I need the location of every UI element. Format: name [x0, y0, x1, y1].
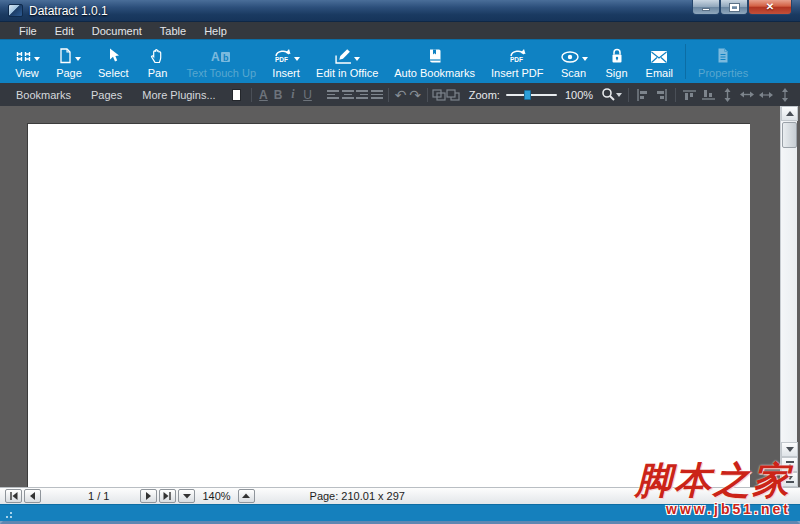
- menu-edit[interactable]: Edit: [46, 23, 83, 39]
- scroll-down-button[interactable]: [781, 442, 798, 457]
- distribute-vertical-icon[interactable]: [718, 87, 737, 103]
- close-button[interactable]: ✕: [748, 0, 792, 15]
- triangle-down-icon: [183, 493, 191, 499]
- bring-forward-icon[interactable]: [431, 87, 446, 103]
- first-page-button[interactable]: [5, 489, 22, 503]
- toolbar-button-label: Auto Bookmarks: [394, 67, 475, 79]
- menu-document[interactable]: Document: [83, 23, 151, 39]
- chevron-down-icon: [294, 57, 300, 61]
- page-down-icon: [786, 476, 794, 483]
- vertical-scrollbar[interactable]: [780, 106, 797, 487]
- email-envelope-icon: [650, 50, 668, 64]
- previous-page-icon: [29, 492, 36, 500]
- chevron-down-icon: [75, 57, 81, 61]
- main-toolbar: View Page Select Pan Ab Text Tou: [0, 39, 800, 83]
- menu-table[interactable]: Table: [151, 23, 195, 39]
- toolbar-separator: [685, 44, 686, 79]
- pan-hand-icon: [150, 47, 166, 64]
- toolbar-button-sign[interactable]: Sign: [596, 40, 638, 83]
- align-right-icon[interactable]: [355, 87, 370, 103]
- color-swatch[interactable]: [232, 89, 242, 101]
- align-left-edge-icon[interactable]: [633, 87, 652, 103]
- toolbar-button-insert-pdf[interactable]: PDF Insert PDF: [483, 40, 552, 83]
- first-page-icon: [9, 492, 18, 500]
- align-top-edge-icon[interactable]: [680, 87, 699, 103]
- zoom-slider-handle[interactable]: [524, 90, 531, 100]
- select-cursor-icon: [106, 47, 120, 64]
- zoom-search-button[interactable]: [601, 87, 616, 103]
- toolbar-button-edit-in-office[interactable]: Edit in Office: [308, 40, 386, 83]
- toolbar-button-label: Pan: [148, 67, 168, 79]
- underline-icon[interactable]: U: [300, 87, 315, 103]
- zoom-label: Zoom:: [469, 89, 500, 101]
- toolbar-button-page[interactable]: Page: [48, 40, 90, 83]
- maximize-button[interactable]: [720, 0, 748, 15]
- window-title: Datatract 1.0.1: [29, 4, 108, 18]
- last-page-button[interactable]: [159, 489, 176, 503]
- toolbar-button-properties[interactable]: Properties: [690, 40, 756, 83]
- align-left-icon[interactable]: [326, 87, 341, 103]
- chevron-down-icon: [34, 57, 40, 61]
- document-page[interactable]: [27, 123, 750, 487]
- toolbar-button-text-touch-up[interactable]: Ab Text Touch Up: [179, 40, 265, 83]
- toolbar-button-label: Insert PDF: [491, 67, 544, 79]
- toolbar-button-label: Scan: [561, 67, 586, 79]
- align-bottom-edge-icon[interactable]: [699, 87, 718, 103]
- resize-grip-icon[interactable]: [5, 509, 15, 519]
- chevron-down-icon[interactable]: [616, 93, 622, 97]
- menu-help[interactable]: Help: [195, 23, 236, 39]
- zoom-out-stepper[interactable]: [178, 489, 195, 503]
- insert-pdf-icon: PDF: [507, 46, 527, 64]
- zoom-percentage: 100%: [565, 89, 593, 101]
- undo-icon[interactable]: ↶: [393, 87, 408, 103]
- properties-icon: [716, 47, 730, 64]
- previous-page-button[interactable]: [24, 489, 41, 503]
- pages-button[interactable]: Pages: [81, 89, 132, 101]
- same-width-icon[interactable]: [756, 87, 775, 103]
- toolbar-button-auto-bookmarks[interactable]: Auto Bookmarks: [386, 40, 483, 83]
- align-center-icon[interactable]: [340, 87, 355, 103]
- toolbar-button-insert[interactable]: PDF Insert: [264, 40, 308, 83]
- zoom-slider[interactable]: [506, 88, 557, 102]
- bookmarks-button[interactable]: Bookmarks: [6, 89, 81, 101]
- chevron-down-icon: [354, 57, 360, 61]
- object-align-group: [624, 87, 794, 103]
- send-backward-icon[interactable]: [446, 87, 461, 103]
- scrollbar-thumb[interactable]: [782, 122, 797, 148]
- auto-bookmarks-icon: [427, 47, 443, 64]
- page-icon: [57, 47, 73, 64]
- next-page-scroll-button[interactable]: [781, 472, 798, 487]
- toolbar-separator: [251, 88, 252, 102]
- toolbar-button-select[interactable]: Select: [90, 40, 137, 83]
- scan-eye-icon: [560, 50, 580, 64]
- previous-page-scroll-button[interactable]: [781, 457, 798, 472]
- toolbar-button-label: Properties: [698, 67, 748, 79]
- toolbar-separator: [427, 88, 428, 102]
- distribute-horizontal-icon[interactable]: [737, 87, 756, 103]
- triangle-up-icon: [786, 111, 794, 116]
- toolbar-button-label: Text Touch Up: [187, 67, 257, 79]
- toolbar-button-email[interactable]: Email: [638, 40, 682, 83]
- triangle-down-icon: [786, 447, 794, 452]
- next-page-button[interactable]: [140, 489, 157, 503]
- align-justify-icon[interactable]: [370, 87, 385, 103]
- more-plugins-button[interactable]: More Plugins...: [132, 89, 225, 101]
- menu-file[interactable]: File: [10, 23, 46, 39]
- font-icon[interactable]: A: [256, 87, 271, 103]
- status-zoom-value: 140%: [196, 490, 236, 502]
- same-height-icon[interactable]: [775, 87, 794, 103]
- toolbar-button-label: Insert: [272, 67, 300, 79]
- align-right-edge-icon[interactable]: [652, 87, 671, 103]
- scroll-up-button[interactable]: [781, 106, 798, 121]
- toolbar-button-label: View: [15, 67, 39, 79]
- minimize-button[interactable]: [692, 0, 720, 15]
- toolbar-button-label: Email: [646, 67, 674, 79]
- toolbar-separator: [675, 88, 676, 102]
- bold-icon[interactable]: B: [271, 87, 286, 103]
- toolbar-button-view[interactable]: View: [6, 40, 48, 83]
- zoom-in-stepper[interactable]: [238, 489, 255, 503]
- toolbar-button-scan[interactable]: Scan: [552, 40, 596, 83]
- italic-icon[interactable]: i: [285, 87, 300, 103]
- toolbar-button-pan[interactable]: Pan: [137, 40, 179, 83]
- redo-icon[interactable]: ↷: [408, 87, 423, 103]
